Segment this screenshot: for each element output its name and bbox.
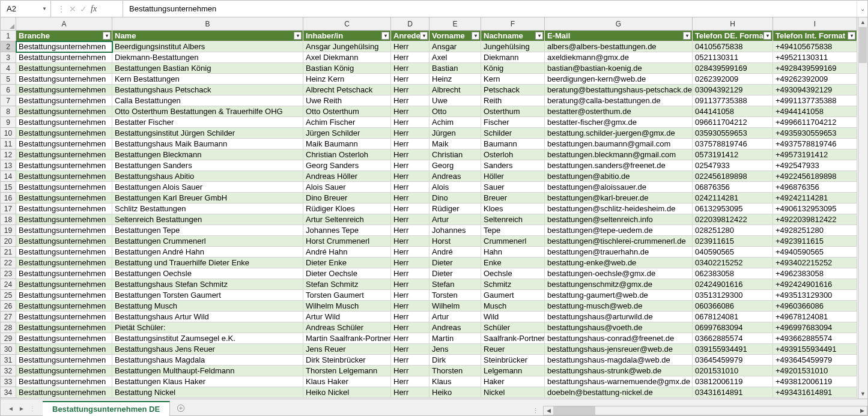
row-header-27[interactable]: 27 <box>1 312 16 322</box>
cell-E28[interactable]: Andreas <box>429 322 481 333</box>
cell-H24[interactable]: 02424901616 <box>693 279 773 290</box>
cell-E29[interactable]: Martin <box>429 333 481 344</box>
cell-I23[interactable]: +4962383058 <box>773 268 857 279</box>
cell-B14[interactable]: Bestattungshaus Abitio <box>112 171 303 182</box>
cell-G24[interactable]: bestattungenschmitz@gmx.de <box>545 279 693 290</box>
cell-B25[interactable]: Bestattungen Torsten Gaumert <box>112 290 303 301</box>
row-header-12[interactable]: 12 <box>1 149 16 160</box>
row-header-22[interactable]: 22 <box>1 258 16 268</box>
cell-H29[interactable]: 03662885574 <box>693 333 773 344</box>
cell-F8[interactable]: Osterthum <box>481 106 545 117</box>
cell-I22[interactable]: +493402215252 <box>773 258 857 268</box>
cell-F26[interactable]: Musch <box>481 301 545 312</box>
cell-H4[interactable]: 028439599169 <box>693 63 773 74</box>
cell-C34[interactable]: Heiko Nickel <box>303 387 391 398</box>
cell-D18[interactable]: Herr <box>391 214 429 225</box>
cell-G26[interactable]: bestattung-musch@web.de <box>545 301 693 312</box>
cell-I26[interactable]: +4960366086 <box>773 301 857 312</box>
cell-E9[interactable]: Achim <box>429 117 481 128</box>
name-box-dropdown-icon[interactable]: ▼ <box>42 6 47 11</box>
cell-D3[interactable]: Herr <box>391 52 429 63</box>
cell-I14[interactable]: +4922456189898 <box>773 171 857 182</box>
cell-D6[interactable]: Herr <box>391 85 429 95</box>
cell-C25[interactable]: Torsten Gaumert <box>303 290 391 301</box>
cell-D2[interactable]: Herr <box>391 41 429 52</box>
table-header-F[interactable]: Nachname▾ <box>481 31 545 41</box>
cell-I17[interactable]: +4906132953095 <box>773 203 857 214</box>
table-header-C[interactable]: Inhaber/in▾ <box>303 31 391 41</box>
cell-A32[interactable]: Bestattungsunternehmen <box>16 366 112 376</box>
cell-G31[interactable]: bestattungshaus-magdala@web.de <box>545 355 693 366</box>
cell-F21[interactable]: Hahn <box>481 247 545 258</box>
row-header-18[interactable]: 18 <box>1 214 16 225</box>
row-header-24[interactable]: 24 <box>1 279 16 290</box>
cell-B17[interactable]: Schlitz Bestattungen <box>112 203 303 214</box>
cell-H21[interactable]: 040590565 <box>693 247 773 258</box>
cell-B8[interactable]: Otto Osterthum Bestattungen & Trauerhilf… <box>112 106 303 117</box>
row-header-16[interactable]: 16 <box>1 193 16 203</box>
cell-H15[interactable]: 06876356 <box>693 182 773 193</box>
cell-B28[interactable]: Pietät Schüler: <box>112 322 303 333</box>
cell-F27[interactable]: Wild <box>481 312 545 322</box>
cell-G32[interactable]: bestattungshaus-strunk@web.de <box>545 366 693 376</box>
cell-G10[interactable]: bestattung.schilder-juergen@gmx.de <box>545 128 693 139</box>
cell-E20[interactable]: Horst <box>429 236 481 247</box>
cell-B26[interactable]: Bestattung Musch <box>112 301 303 312</box>
expand-formula-bar-icon[interactable]: ⌄ <box>857 1 867 17</box>
cell-A7[interactable]: Bestattungsunternehmen <box>16 95 112 106</box>
cell-I21[interactable]: +4940590565 <box>773 247 857 258</box>
table-header-D[interactable]: Anrede▾ <box>391 31 429 41</box>
cell-F17[interactable]: Kloes <box>481 203 545 214</box>
cell-B27[interactable]: Bestattungshaus Artur Wild <box>112 312 303 322</box>
cell-F24[interactable]: Schmitz <box>481 279 545 290</box>
cell-E18[interactable]: Artur <box>429 214 481 225</box>
scroll-down-icon[interactable]: ▼ <box>858 389 867 399</box>
cell-D12[interactable]: Herr <box>391 149 429 160</box>
cell-B19[interactable]: Bestattungen Tepe <box>112 225 303 236</box>
cell-H18[interactable]: 022039812422 <box>693 214 773 225</box>
cell-B15[interactable]: Bestattungen Alois Sauer <box>112 182 303 193</box>
cell-G27[interactable]: bestattungshaus@arturwild.de <box>545 312 693 322</box>
vertical-scrollbar[interactable]: ▲ ▼ <box>858 17 867 399</box>
cell-I6[interactable]: +493094392129 <box>773 85 857 95</box>
cell-I7[interactable]: +4991137735388 <box>773 95 857 106</box>
cell-F6[interactable]: Petschack <box>481 85 545 95</box>
row-header-7[interactable]: 7 <box>1 95 16 106</box>
cell-A31[interactable]: Bestattungsunternehmen <box>16 355 112 366</box>
sheet-tab-active[interactable]: Bestattungsunternehmen DE <box>43 401 170 416</box>
cell-C6[interactable]: Albrecht Petschack <box>303 85 391 95</box>
cell-E32[interactable]: Thorsten <box>429 366 481 376</box>
cell-C8[interactable]: Otto Osterthum <box>303 106 391 117</box>
row-header-9[interactable]: 9 <box>1 117 16 128</box>
tab-splitter[interactable]: ⋮ <box>532 407 543 415</box>
cell-C27[interactable]: Artur Wild <box>303 312 391 322</box>
column-header-A[interactable]: A <box>16 17 112 31</box>
cell-G5[interactable]: beerdigungen-kern@web.de <box>545 74 693 85</box>
cell-B3[interactable]: Diekmann-Bestattungen <box>112 52 303 63</box>
cell-E10[interactable]: Jürgen <box>429 128 481 139</box>
cell-A34[interactable]: Bestattungsunternehmen <box>16 387 112 398</box>
cell-E34[interactable]: Heiko <box>429 387 481 398</box>
cell-B16[interactable]: Bestattungen Karl Breuer GmbH <box>112 193 303 203</box>
cell-G7[interactable]: beratung@calla-bestattungen.de <box>545 95 693 106</box>
cell-G29[interactable]: bestattungshaus-conrad@freenet.de <box>545 333 693 344</box>
row-header-21[interactable]: 21 <box>1 247 16 258</box>
cell-D9[interactable]: Herr <box>391 117 429 128</box>
cell-D33[interactable]: Herr <box>391 376 429 387</box>
cell-C22[interactable]: Dieter Enke <box>303 258 391 268</box>
cell-C7[interactable]: Uwe Reith <box>303 95 391 106</box>
cell-C24[interactable]: Stefan Schmitz <box>303 279 391 290</box>
cell-B13[interactable]: Bestattungen Sanders <box>112 160 303 171</box>
table-header-B[interactable]: Name▾ <box>112 31 303 41</box>
cell-I15[interactable]: +496876356 <box>773 182 857 193</box>
cell-H12[interactable]: 0573191412 <box>693 149 773 160</box>
cell-G15[interactable]: bestattungen@aloissauer.de <box>545 182 693 193</box>
cell-H2[interactable]: 04105675838 <box>693 41 773 52</box>
cell-D27[interactable]: Herr <box>391 312 429 322</box>
column-header-H[interactable]: H <box>693 17 773 31</box>
cell-D29[interactable]: Herr <box>391 333 429 344</box>
cell-H7[interactable]: 091137735388 <box>693 95 773 106</box>
cell-E24[interactable]: Stefan <box>429 279 481 290</box>
enter-icon[interactable]: ✓ <box>80 4 87 14</box>
column-header-D[interactable]: D <box>391 17 429 31</box>
